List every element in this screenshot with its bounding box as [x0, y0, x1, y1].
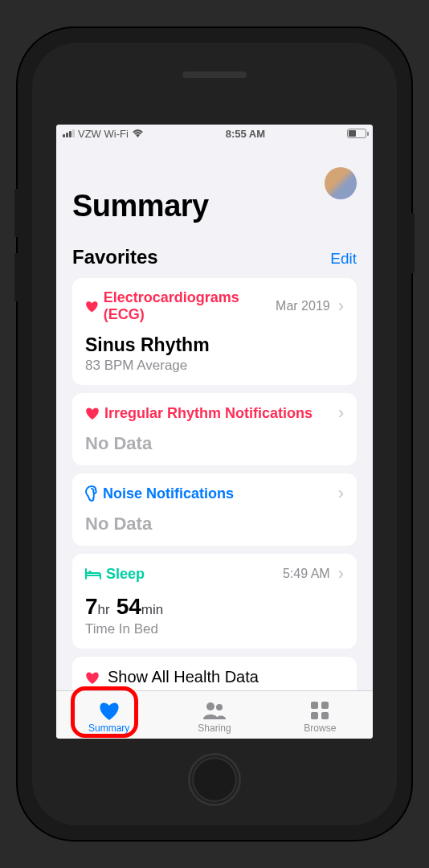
svg-point-1 [216, 704, 223, 710]
content-scroll[interactable]: Summary Favorites Edit Electrocardiogram… [56, 142, 373, 690]
bed-icon [85, 568, 101, 579]
card-category: Sleep [106, 566, 145, 583]
card-timestamp: 5:49 AM [283, 567, 330, 581]
card-subvalue: Time In Bed [85, 621, 344, 637]
favorite-card-irregular-rhythm[interactable]: Irregular Rhythm Notifications › No Data [72, 393, 357, 465]
svg-rect-3 [321, 702, 329, 709]
sleep-hours: 7 [85, 594, 98, 619]
svg-point-0 [206, 702, 214, 710]
svg-rect-5 [321, 712, 329, 719]
no-data-label: No Data [85, 514, 344, 534]
tab-summary[interactable]: Summary [56, 700, 161, 734]
profile-avatar[interactable] [325, 167, 357, 199]
show-all-health-data[interactable]: Show All Health Data [72, 657, 357, 690]
favorite-card-noise[interactable]: Noise Notifications › No Data [72, 473, 357, 546]
tab-label: Browse [304, 723, 336, 734]
home-button[interactable] [188, 753, 241, 806]
chevron-right-icon: › [338, 485, 344, 502]
heart-icon [85, 407, 100, 420]
show-all-label: Show All Health Data [108, 668, 259, 686]
card-timestamp: Mar 2019 [276, 299, 330, 313]
volume-up-button [14, 189, 18, 237]
tab-browse[interactable]: Browse [268, 700, 373, 734]
page-title: Summary [72, 189, 209, 223]
favorite-card-ecg[interactable]: Electrocardiograms (ECG) Mar 2019 › Sinu… [72, 278, 357, 385]
card-category: Irregular Rhythm Notifications [104, 405, 313, 422]
phone-chassis: VZW Wi-Fi 8:55 AM Summary Favorites Edit [18, 28, 411, 840]
people-icon [202, 702, 227, 719]
card-value: Sinus Rhythm [85, 334, 344, 356]
favorite-card-sleep[interactable]: Sleep 5:49 AM › 7hr54min Time In Bed [72, 554, 357, 649]
sleep-minutes: 54 [116, 594, 141, 619]
svg-rect-4 [311, 712, 318, 719]
signal-strength-icon [63, 129, 75, 137]
chevron-right-icon: › [338, 297, 344, 315]
heart-icon [85, 300, 99, 313]
status-bar: VZW Wi-Fi 8:55 AM [56, 125, 373, 142]
svg-rect-2 [311, 702, 318, 709]
chevron-right-icon: › [338, 404, 344, 422]
card-category: Electrocardiograms (ECG) [104, 289, 271, 323]
edit-button[interactable]: Edit [330, 250, 357, 268]
no-data-label: No Data [85, 433, 344, 454]
card-category: Noise Notifications [103, 485, 234, 502]
screen: VZW Wi-Fi 8:55 AM Summary Favorites Edit [56, 125, 373, 739]
earpiece-speaker [182, 72, 247, 78]
heart-icon [98, 701, 121, 720]
sleep-duration: 7hr54min [85, 594, 344, 620]
sleep-minutes-unit: min [141, 602, 163, 617]
grid-icon [310, 701, 329, 720]
tab-label: Summary [88, 723, 129, 734]
power-button [411, 213, 415, 273]
clock-time: 8:55 AM [226, 128, 265, 140]
chevron-right-icon: › [338, 565, 344, 583]
ear-icon [85, 485, 98, 502]
volume-down-button [14, 253, 18, 301]
heart-icon [85, 671, 100, 684]
battery-icon [347, 129, 366, 138]
sleep-hours-unit: hr [98, 602, 110, 617]
favorites-heading: Favorites [72, 246, 158, 268]
tab-bar: Summary Sharing Browse [56, 690, 373, 739]
card-subvalue: 83 BPM Average [85, 358, 344, 374]
wifi-icon [132, 129, 144, 138]
tab-sharing[interactable]: Sharing [161, 700, 267, 734]
carrier-label: VZW Wi-Fi [78, 128, 129, 140]
tab-label: Sharing [198, 723, 231, 734]
